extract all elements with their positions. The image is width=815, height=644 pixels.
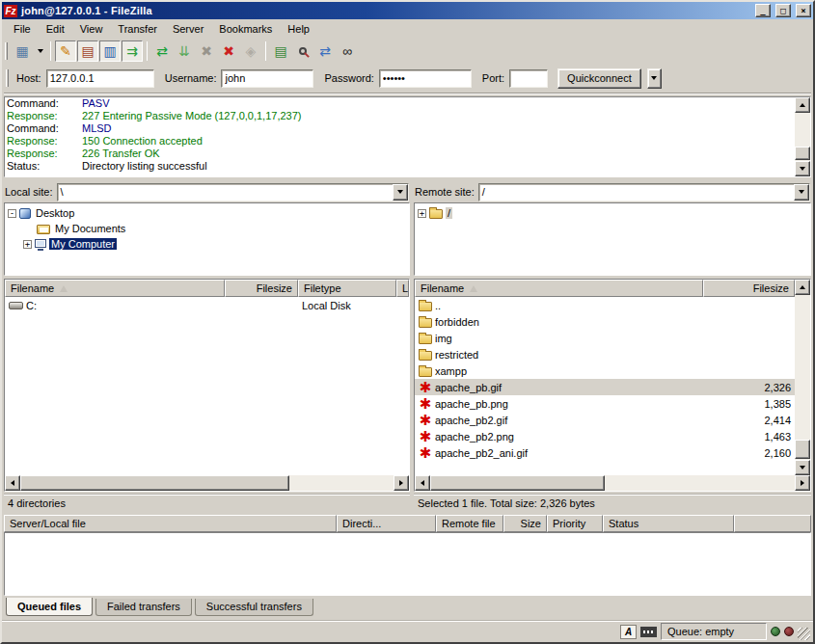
queue-column-2[interactable]: Remote file (436, 515, 503, 532)
toggle-local-tree-button[interactable]: ▤ (77, 40, 98, 62)
scroll-left-button[interactable] (415, 475, 430, 491)
remote-vscrollbar[interactable] (795, 280, 810, 475)
status-bar: A Queue: empty (2, 620, 813, 642)
port-input[interactable] (509, 69, 548, 88)
local-hscrollbar[interactable] (5, 475, 409, 491)
toolbar-grip[interactable] (5, 42, 8, 60)
expand-icon[interactable]: + (23, 240, 32, 249)
filesize-cell: 2,160 (703, 447, 795, 459)
sort-asc-icon (60, 285, 68, 292)
quickconnect-dropdown[interactable] (647, 68, 662, 89)
filter-button[interactable]: ▤ (270, 40, 291, 62)
quickbar-grip[interactable] (6, 69, 9, 87)
remote-file-row[interactable]: .. (415, 297, 795, 313)
remote-hscrollbar[interactable] (415, 475, 810, 491)
local-site-dropdown[interactable] (393, 184, 408, 201)
local-column-2[interactable]: Filetype (298, 280, 396, 297)
remote-file-row[interactable]: apache_pb2.gif2,414 (415, 412, 795, 428)
toggle-log-button[interactable]: ✎ (55, 40, 76, 62)
log-line-label: Command: (7, 122, 82, 135)
scroll-up-button[interactable] (795, 280, 810, 295)
scroll-thumb[interactable] (795, 147, 810, 160)
scroll-track[interactable] (795, 295, 810, 460)
local-site-combo[interactable]: \ (57, 183, 409, 201)
remote-site-combo[interactable]: / (478, 183, 810, 201)
queue-column-3[interactable]: Size (503, 515, 547, 532)
resize-grip[interactable] (798, 628, 810, 640)
username-input[interactable] (221, 69, 313, 88)
remote-file-row[interactable]: img (415, 330, 795, 346)
scroll-thumb[interactable] (795, 440, 810, 459)
sync-browsing-button[interactable]: ⇄ (314, 40, 336, 62)
toggle-remote-tree-button[interactable]: ▥ (99, 40, 121, 62)
toggle-queue-button[interactable]: ⇉ (122, 40, 143, 62)
scroll-track[interactable] (20, 475, 394, 491)
host-input[interactable] (46, 69, 154, 88)
refresh-button[interactable]: ⇄ (151, 40, 173, 62)
local-tree-item[interactable]: +My Computer (6, 236, 408, 252)
scroll-right-button[interactable] (795, 475, 810, 491)
menu-item-server[interactable]: Server (165, 21, 211, 37)
scroll-up-button[interactable] (795, 97, 810, 113)
remote-tree-item[interactable]: +/ (416, 205, 809, 221)
remote-file-row[interactable]: restricted (415, 346, 795, 362)
remote-file-row[interactable]: xampp (415, 362, 795, 379)
menu-item-help[interactable]: Help (280, 21, 317, 37)
quickconnect-button[interactable]: Quickconnect (557, 68, 641, 89)
scroll-track[interactable] (795, 113, 810, 161)
local-tree-item[interactable]: -Desktop (6, 205, 408, 221)
local-column-1[interactable]: Filesize (225, 280, 298, 297)
remote-column-label: Filename (421, 282, 464, 294)
menu-item-view[interactable]: View (72, 21, 111, 37)
remote-column-1[interactable]: Filesize (703, 280, 795, 297)
remote-site-dropdown[interactable] (794, 184, 809, 201)
queue-column-5[interactable]: Status (603, 515, 734, 532)
disconnect-button[interactable]: ✖ (218, 40, 239, 62)
remote-file-row[interactable]: apache_pb.gif2,326 (415, 379, 795, 395)
scroll-left-button[interactable] (5, 475, 20, 491)
local-file-row[interactable]: C:Local Disk (5, 297, 409, 313)
maximize-button[interactable]: □ (775, 4, 791, 17)
remote-file-row[interactable]: apache_pb2.png1,463 (415, 428, 795, 444)
scroll-thumb[interactable] (430, 475, 605, 491)
scroll-down-button[interactable] (795, 161, 810, 176)
remote-file-row[interactable]: apache_pb.png1,385 (415, 395, 795, 412)
toolbar-separator (265, 41, 266, 61)
find-files-button[interactable]: ∞ (337, 40, 358, 62)
scroll-track[interactable] (430, 475, 795, 491)
local-column-3[interactable]: L (396, 280, 409, 297)
tab-successful-transfers[interactable]: Successful transfers (195, 599, 313, 616)
queue-column-4[interactable]: Priority (547, 515, 603, 532)
local-column-label: Filename (11, 282, 54, 294)
divider (4, 93, 811, 94)
cancel-icon: ✖ (201, 44, 212, 58)
process-queue-button[interactable]: ⇊ (174, 40, 195, 62)
folder-icon (419, 351, 432, 361)
local-tree-item[interactable]: My Documents (6, 221, 408, 236)
site-manager-button[interactable]: ▦ (12, 40, 33, 62)
collapse-icon[interactable]: - (8, 209, 16, 218)
menu-item-bookmarks[interactable]: Bookmarks (211, 21, 280, 37)
log-scrollbar[interactable] (795, 97, 810, 176)
compare-button[interactable] (292, 40, 313, 62)
close-button[interactable]: × (796, 4, 811, 17)
scroll-thumb[interactable] (20, 475, 289, 491)
remote-file-row[interactable]: forbidden (415, 313, 795, 330)
queue-column-1[interactable]: Directi... (337, 515, 436, 532)
expand-icon[interactable]: + (418, 209, 426, 218)
tab-failed-transfers[interactable]: Failed transfers (95, 599, 192, 616)
remote-file-row[interactable]: apache_pb2_ani.gif2,160 (415, 444, 795, 461)
image-icon (419, 431, 432, 442)
site-manager-dropdown[interactable] (34, 40, 46, 62)
menu-item-transfer[interactable]: Transfer (110, 21, 165, 37)
scroll-right-button[interactable] (394, 475, 409, 491)
tab-queued-files[interactable]: Queued files (6, 598, 93, 616)
remote-column-0[interactable]: Filename (415, 280, 703, 297)
menu-item-edit[interactable]: Edit (39, 21, 72, 37)
local-column-0[interactable]: Filename (5, 280, 225, 297)
minimize-button[interactable]: _ (755, 4, 771, 17)
menu-item-file[interactable]: File (6, 21, 39, 37)
queue-column-0[interactable]: Server/Local file (4, 515, 337, 532)
scroll-down-button[interactable] (795, 460, 810, 475)
password-input[interactable] (379, 69, 472, 88)
